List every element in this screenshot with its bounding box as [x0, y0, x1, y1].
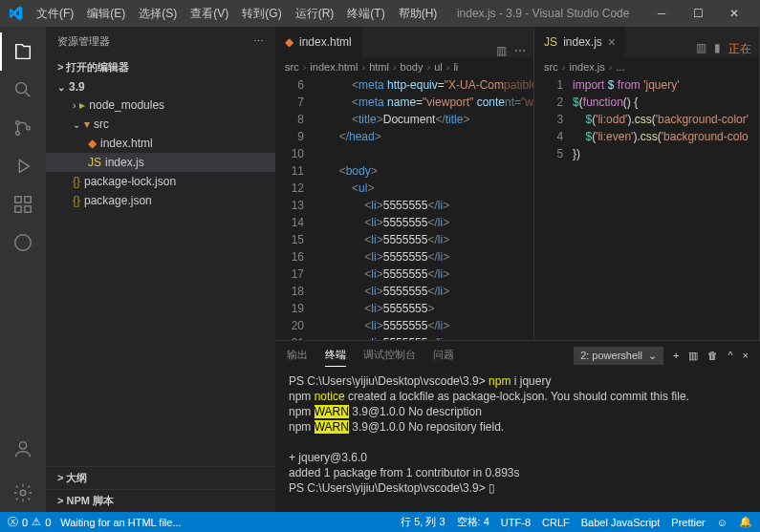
status-bell-icon[interactable]: 🔔	[739, 515, 752, 529]
close-button[interactable]: ✕	[716, 0, 752, 27]
search-icon[interactable]	[0, 71, 46, 109]
panel-tab[interactable]: 输出	[287, 344, 308, 367]
split-editor-icon[interactable]: ▥	[696, 41, 706, 57]
close-icon[interactable]: ×	[608, 34, 616, 50]
toggle-icon[interactable]: ▮	[714, 41, 721, 57]
tab-label: index.html	[299, 35, 352, 49]
folder-src[interactable]: ⌄▾src	[46, 115, 275, 134]
split-editor-icon[interactable]: ▥	[496, 44, 507, 57]
window-title: index.js - 3.9 - Visual Studio Code	[443, 7, 643, 20]
source-control-icon[interactable]	[0, 109, 46, 147]
maximize-panel-icon[interactable]: ^	[727, 350, 732, 361]
error-icon: ⓧ	[8, 515, 18, 529]
split-terminal-icon[interactable]: ▥	[688, 350, 698, 362]
close-panel-icon[interactable]: ×	[743, 350, 749, 361]
more-text[interactable]: 正在	[728, 41, 751, 57]
tree-label: node_modules	[89, 98, 164, 112]
status-cursor[interactable]: 行 5, 列 3	[401, 515, 445, 529]
sidebar-title-text: 资源管理器	[57, 34, 110, 49]
tab-actions: ▥ ⋯	[489, 44, 533, 57]
folder-node-modules[interactable]: ›▸node_modules	[46, 96, 275, 115]
menu-item[interactable]: 转到(G)	[236, 2, 287, 26]
folder-icon: ▸	[79, 98, 85, 112]
panel-tab[interactable]: 终端	[325, 344, 346, 367]
vscode-logo-icon	[8, 6, 23, 21]
status-language[interactable]: Babel JavaScript	[581, 515, 661, 529]
breadcrumb-left[interactable]: src›index.html›html›body›ul›li	[275, 57, 533, 76]
sidebar-more-icon[interactable]: ⋯	[253, 35, 264, 48]
tabs-right: JS index.js × ▥ ▮ 正在	[534, 27, 759, 57]
status-eol[interactable]: CRLF	[542, 515, 570, 529]
outline-section[interactable]: > 大纲	[46, 466, 275, 489]
folder-root[interactable]: ⌄ 3.9	[46, 78, 275, 96]
menu-item[interactable]: 运行(R)	[290, 2, 340, 26]
warning-icon: ⚠	[32, 516, 41, 528]
tree-label: index.js	[105, 156, 144, 169]
svg-rect-7	[25, 206, 31, 212]
tab-label: index.js	[563, 35, 602, 49]
status-feedback-icon[interactable]: ☺	[717, 515, 727, 529]
code-editor-left[interactable]: 678910111213141516171819202122232425 <me…	[275, 76, 533, 340]
minimap[interactable]	[505, 76, 533, 340]
chevron-down-icon: ⌄	[648, 350, 657, 362]
file-package-lock[interactable]: {}package-lock.json	[46, 172, 275, 191]
json-file-icon: {}	[73, 194, 80, 207]
code-editor-right[interactable]: 12345 import $ from 'jquery'$(function()…	[534, 76, 759, 340]
status-waiting[interactable]: Waiting for an HTML file...	[60, 517, 181, 528]
editor-group-right: JS index.js × ▥ ▮ 正在 src›index.js›... 12…	[534, 27, 760, 340]
file-index-html[interactable]: ◆index.html	[46, 134, 275, 153]
file-index-js[interactable]: JSindex.js	[46, 153, 275, 172]
menu-item[interactable]: 编辑(E)	[81, 2, 131, 26]
html-file-icon: ◆	[88, 137, 97, 150]
terminal-select[interactable]: 2: powershell ⌄	[574, 347, 663, 365]
minimize-button[interactable]: ─	[643, 0, 680, 27]
sidebar-title: 资源管理器 ⋯	[46, 27, 275, 56]
kill-terminal-icon[interactable]: 🗑	[707, 350, 718, 361]
tree-label: package-lock.json	[84, 175, 176, 188]
svg-point-9	[19, 442, 26, 449]
panel-tab[interactable]: 调试控制台	[363, 344, 416, 367]
menu-item[interactable]: 帮助(H)	[393, 2, 444, 26]
debug-icon[interactable]	[0, 147, 46, 185]
account-icon[interactable]	[0, 430, 46, 468]
breadcrumb-right[interactable]: src›index.js›...	[534, 57, 759, 76]
bottom-panel: 输出终端调试控制台问题 2: powershell ⌄ + ▥ 🗑 ^ × PS…	[275, 340, 760, 512]
menu-item[interactable]: 查看(V)	[185, 2, 234, 26]
new-terminal-icon[interactable]: +	[673, 350, 679, 361]
menu-bar: 文件(F)编辑(E)选择(S)查看(V)转到(G)运行(R)终端(T)帮助(H)	[31, 2, 443, 26]
status-encoding[interactable]: UTF-8	[501, 515, 531, 529]
tree-label: src	[94, 117, 109, 131]
menu-item[interactable]: 选择(S)	[133, 2, 183, 26]
tab-index-html[interactable]: ◆ index.html	[275, 27, 362, 57]
more-icon[interactable]: ⋯	[514, 44, 526, 57]
explorer-icon[interactable]	[0, 32, 46, 71]
json-file-icon: {}	[73, 175, 80, 188]
svg-point-2	[16, 132, 20, 136]
npm-scripts-section[interactable]: > NPM 脚本	[46, 489, 275, 512]
terminal-content[interactable]: PS C:\Users\yijiu\Desktop\vscode\3.9> np…	[275, 370, 760, 512]
explorer-sidebar: 资源管理器 ⋯ > 打开的编辑器 ⌄ 3.9 ›▸node_modules ⌄▾…	[46, 27, 275, 512]
remote-icon[interactable]	[0, 223, 46, 262]
menu-item[interactable]: 文件(F)	[31, 2, 79, 26]
status-prettier[interactable]: Prettier	[671, 515, 705, 529]
open-editors-section[interactable]: > 打开的编辑器	[46, 56, 275, 78]
extensions-icon[interactable]	[0, 185, 46, 223]
panel-tabs: 输出终端调试控制台问题 2: powershell ⌄ + ▥ 🗑 ^ ×	[275, 341, 760, 370]
panel-tab[interactable]: 问题	[433, 344, 454, 367]
settings-icon[interactable]	[0, 474, 46, 512]
tabs-left: ◆ index.html ▥ ⋯	[275, 27, 533, 57]
chevron-down-icon: ⌄	[57, 82, 65, 93]
window-controls: ─ ☐ ✕	[643, 0, 752, 27]
svg-rect-6	[15, 206, 21, 212]
folder-open-icon: ▾	[84, 117, 90, 131]
titlebar: 文件(F)编辑(E)选择(S)查看(V)转到(G)运行(R)终端(T)帮助(H)…	[0, 0, 760, 27]
status-errors[interactable]: ⓧ0 ⚠0	[8, 515, 51, 529]
chevron-down-icon: ⌄	[73, 119, 80, 130]
editor-zone: ◆ index.html ▥ ⋯ src›index.html›html›bod…	[275, 27, 760, 512]
tab-index-js[interactable]: JS index.js ×	[534, 27, 626, 57]
svg-point-3	[27, 126, 31, 130]
file-package-json[interactable]: {}package.json	[46, 191, 275, 210]
maximize-button[interactable]: ☐	[680, 0, 716, 27]
menu-item[interactable]: 终端(T)	[341, 2, 390, 26]
status-spaces[interactable]: 空格: 4	[457, 515, 489, 529]
